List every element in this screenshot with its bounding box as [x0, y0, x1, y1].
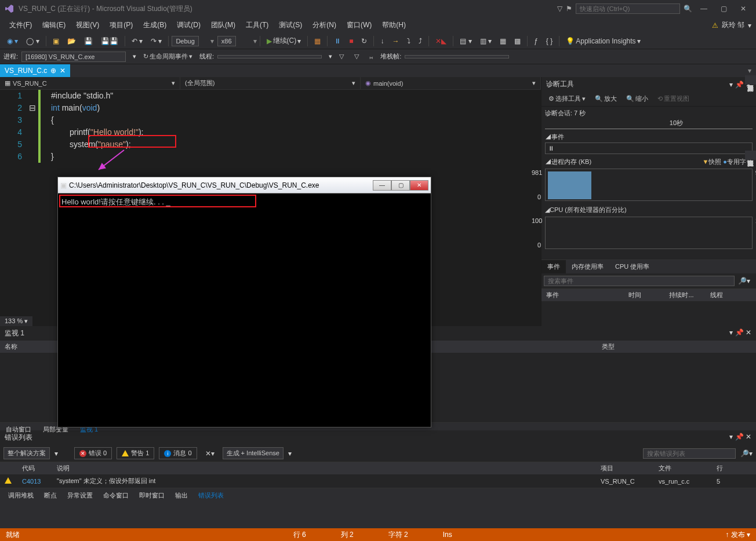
tab-close-icon[interactable]: ✕ — [60, 67, 66, 75]
messages-pill[interactable]: i 消息 0 — [159, 447, 197, 459]
stack-btn2[interactable]: ▽ — [351, 51, 362, 62]
menu-edit[interactable]: 编辑(E) — [38, 19, 70, 32]
menu-analyze[interactable]: 分析(N) — [308, 19, 341, 32]
console-minimize-button[interactable]: — — [373, 180, 391, 191]
menu-file[interactable]: 文件(F) — [5, 19, 37, 32]
layout-btn1[interactable]: ▤ ▾ — [456, 35, 475, 47]
menu-window[interactable]: 窗口(W) — [342, 19, 376, 32]
errors-pill[interactable]: ✕ 错误 0 — [74, 447, 112, 459]
console-window[interactable]: ▣ C:\Users\Administrator\Desktop\VS_RUN_… — [57, 177, 431, 427]
continue-button[interactable]: ▶ 继续(C) ▾ — [263, 34, 305, 47]
side-tab-solution[interactable]: 解决方案资源管理器 — [745, 75, 756, 85]
col-code[interactable]: 代码 — [22, 464, 57, 473]
err-search-input[interactable] — [643, 448, 736, 459]
tab-immediate[interactable]: 即时窗口 — [135, 489, 169, 502]
col-thread[interactable]: 线程 — [710, 291, 751, 299]
event-search-input[interactable] — [544, 276, 735, 286]
project-scope[interactable]: ▦ VS_RUN_C▾ — [0, 77, 180, 89]
error-row[interactable]: C4013 "system" 未定义；假设外部返回 int VS_RUN_C v… — [0, 474, 756, 488]
tab-breakpoints[interactable]: 断点 — [39, 489, 61, 502]
col-event[interactable]: 事件 — [546, 291, 628, 299]
tab-exceptions[interactable]: 异常设置 — [63, 489, 97, 502]
step-into-button[interactable]: ↓ — [377, 35, 387, 47]
func-btn2[interactable]: { } — [543, 35, 556, 47]
menu-build[interactable]: 生成(B) — [139, 19, 171, 32]
redo-button[interactable]: ↷ ▾ — [147, 35, 165, 47]
restart-button[interactable]: ↻ — [358, 35, 370, 47]
tab-command[interactable]: 命令窗口 — [99, 489, 133, 502]
show-next-button[interactable]: → — [388, 35, 402, 47]
err-search-icon[interactable]: 🔎▾ — [740, 449, 753, 458]
platform-combo[interactable]: x86 — [217, 36, 236, 46]
stop-button[interactable]: ■ — [346, 35, 357, 47]
warnings-pill[interactable]: 警告 1 — [117, 447, 154, 459]
tab-output[interactable]: 输出 — [170, 489, 192, 502]
tab-vs-run-c[interactable]: VS_RUN_C.c ⊕ ✕ — [0, 64, 70, 77]
menu-team[interactable]: 团队(M) — [206, 19, 240, 32]
namespace-scope[interactable]: (全局范围)▾ — [180, 77, 361, 89]
menu-help[interactable]: 帮助(H) — [377, 19, 410, 32]
side-tab-team[interactable]: 团队资源管理器 — [745, 151, 756, 160]
stack-btn1[interactable]: ▽ — [336, 51, 347, 62]
col-duration[interactable]: 持续时... — [669, 291, 710, 299]
filter-icon[interactable]: 🔎▾ — [735, 276, 754, 286]
stack-combo[interactable] — [405, 55, 509, 59]
col-file[interactable]: 文件 — [659, 464, 717, 473]
layout-btn2[interactable]: ▥ ▾ — [477, 35, 495, 47]
col-time[interactable]: 时间 — [628, 291, 670, 299]
tab-callstack[interactable]: 调用堆栈 — [3, 489, 38, 502]
cpu-header[interactable]: CPU (所有处理器的百分比) — [550, 206, 627, 213]
function-scope[interactable]: ◉ main(void)▾ — [361, 77, 541, 89]
console-close-button[interactable]: ✕ — [410, 180, 428, 191]
step-over-button[interactable]: ⤵ — [404, 35, 414, 47]
debug-x-button[interactable]: ✕◣ — [432, 35, 450, 47]
menu-debug[interactable]: 调试(D) — [172, 19, 205, 32]
thread-combo[interactable] — [217, 55, 322, 59]
col-project[interactable]: 项目 — [601, 464, 659, 473]
pause-button[interactable]: ⏸ — [330, 35, 344, 47]
zoom-in-button[interactable]: 🔍 放大 — [591, 93, 620, 105]
reset-view-button[interactable]: ⟲ 重置视图 — [654, 93, 693, 105]
nav-back-button[interactable]: ◉ ▾ — [3, 35, 21, 47]
insights-button[interactable]: 💡 Application Insights ▾ — [562, 35, 644, 47]
nav-fwd-button[interactable]: ◯ ▾ — [23, 35, 42, 47]
user-dropdown-icon[interactable]: ▾ — [748, 21, 751, 30]
minimize-button[interactable]: — — [696, 3, 712, 14]
close-button[interactable]: ✕ — [735, 3, 751, 14]
undo-button[interactable]: ↶ ▾ — [128, 35, 146, 47]
maximize-button[interactable]: ▢ — [715, 3, 732, 14]
tab-cpu[interactable]: CPU 使用率 — [609, 260, 655, 273]
box-btn[interactable]: ▩ — [511, 35, 524, 47]
err-scope-combo[interactable]: 整个解决方案 — [3, 447, 50, 459]
open-button[interactable]: 📂 — [64, 35, 79, 47]
menu-tools[interactable]: 工具(T) — [241, 19, 273, 32]
step-out-button[interactable]: ⤴ — [415, 35, 426, 47]
console-maximize-button[interactable]: ▢ — [391, 180, 410, 191]
col-line[interactable]: 行 — [717, 464, 751, 473]
save-all-button[interactable]: 💾💾 — [97, 35, 122, 47]
select-tool-button[interactable]: ⚙ 选择工具 ▾ — [545, 93, 589, 105]
filter-icon[interactable]: ▽ — [557, 5, 562, 13]
tab-memory[interactable]: 内存使用率 — [566, 260, 609, 273]
config-combo[interactable]: Debug — [172, 36, 198, 46]
col-type[interactable]: 类型 — [602, 342, 751, 351]
menu-view[interactable]: 视图(V) — [71, 19, 104, 32]
lifecycle-button[interactable]: ↻ 生命周期事件 ▾ — [140, 50, 196, 63]
quick-launch-input[interactable] — [576, 3, 680, 14]
new-button[interactable]: ▣ — [49, 35, 63, 47]
publish-button[interactable]: ↑ 发布 ▾ — [725, 530, 750, 540]
grid-btn[interactable]: ▦ — [496, 35, 510, 47]
memory-header[interactable]: 进程内存 (KB) — [551, 158, 591, 165]
menu-test[interactable]: 测试(S) — [274, 19, 307, 32]
flag-icon[interactable]: ⚑ — [566, 5, 572, 13]
func-btn1[interactable]: ƒ — [530, 35, 541, 47]
err-filter-icon[interactable]: ✕▾ — [202, 448, 218, 459]
fold-column[interactable]: ⊟ — [29, 90, 38, 163]
process-combo[interactable]: [16980] VS_RUN_C.exe — [21, 52, 126, 62]
menu-project[interactable]: 项目(P) — [105, 19, 137, 32]
diag-icon[interactable]: ▦ — [311, 35, 324, 47]
pin-icon[interactable]: ⊕ — [50, 67, 56, 75]
zoom-out-button[interactable]: 🔍 缩小 — [623, 93, 652, 105]
console-body[interactable]: Hello world!请按任意键继续. . . _ — [58, 193, 431, 427]
zoom-level[interactable]: 133 % ▾ — [0, 316, 32, 326]
